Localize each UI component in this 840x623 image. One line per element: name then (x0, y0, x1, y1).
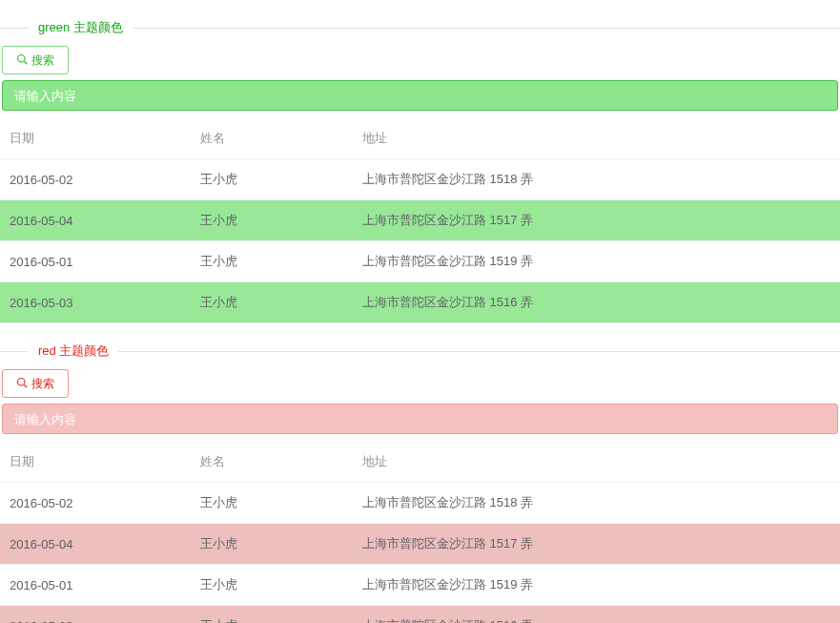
cell-date: 2016-05-04 (0, 524, 191, 565)
theme-section-green: green 主题颜色 (0, 19, 840, 36)
search-icon (16, 377, 28, 391)
cell-address: 上海市普陀区金沙江路 1518 弄 (353, 159, 840, 200)
search-icon (16, 53, 28, 68)
table-row: 2016-05-01王小虎上海市普陀区金沙江路 1519 弄 (0, 565, 840, 606)
table-row: 2016-05-03王小虎上海市普陀区金沙江路 1516 弄 (0, 606, 840, 624)
search-input[interactable] (2, 404, 838, 434)
table-row: 2016-05-04王小虎上海市普陀区金沙江路 1517 弄 (0, 524, 840, 565)
column-header-address: 地址 (353, 118, 840, 159)
svg-point-0 (18, 54, 26, 62)
table-row: 2016-05-02王小虎上海市普陀区金沙江路 1518 弄 (0, 159, 840, 200)
cell-date: 2016-05-01 (0, 565, 191, 606)
table-row: 2016-05-02王小虎上海市普陀区金沙江路 1518 弄 (0, 483, 840, 524)
cell-date: 2016-05-02 (0, 159, 191, 200)
search-button[interactable]: 搜索 (2, 369, 69, 398)
theme-section-red: red 主题颜色 (0, 343, 840, 360)
search-input[interactable] (2, 80, 838, 111)
cell-date: 2016-05-01 (0, 241, 191, 282)
svg-line-1 (24, 61, 27, 64)
cell-date: 2016-05-03 (0, 606, 191, 624)
cell-date: 2016-05-02 (0, 483, 191, 524)
cell-name: 王小虎 (191, 200, 353, 241)
data-table: 日期姓名地址2016-05-02王小虎上海市普陀区金沙江路 1518 弄2016… (0, 118, 840, 323)
cell-name: 王小虎 (191, 565, 353, 606)
cell-address: 上海市普陀区金沙江路 1516 弄 (353, 606, 840, 624)
cell-address: 上海市普陀区金沙江路 1516 弄 (353, 282, 840, 323)
theme-legend-text: green 主题颜色 (38, 20, 123, 34)
cell-name: 王小虎 (191, 606, 353, 624)
table-row: 2016-05-04王小虎上海市普陀区金沙江路 1517 弄 (0, 200, 840, 241)
cell-name: 王小虎 (191, 483, 353, 524)
table-row: 2016-05-03王小虎上海市普陀区金沙江路 1516 弄 (0, 282, 840, 323)
cell-name: 王小虎 (191, 241, 353, 282)
theme-legend-text: red 主题颜色 (38, 343, 109, 358)
cell-address: 上海市普陀区金沙江路 1519 弄 (353, 565, 840, 606)
svg-point-2 (18, 378, 26, 385)
cell-name: 王小虎 (191, 282, 353, 323)
cell-address: 上海市普陀区金沙江路 1518 弄 (353, 483, 840, 524)
search-button-label: 搜索 (31, 52, 54, 69)
cell-address: 上海市普陀区金沙江路 1519 弄 (353, 241, 840, 282)
theme-legend: red 主题颜色 (29, 343, 118, 360)
cell-name: 王小虎 (191, 159, 353, 200)
column-header-date: 日期 (0, 118, 191, 159)
cell-address: 上海市普陀区金沙江路 1517 弄 (353, 200, 840, 241)
search-button[interactable]: 搜索 (2, 46, 69, 74)
theme-legend: green 主题颜色 (29, 19, 133, 36)
table-row: 2016-05-01王小虎上海市普陀区金沙江路 1519 弄 (0, 241, 840, 282)
search-button-label: 搜索 (31, 376, 54, 392)
cell-date: 2016-05-04 (0, 200, 191, 241)
data-table: 日期姓名地址2016-05-02王小虎上海市普陀区金沙江路 1518 弄2016… (0, 442, 840, 623)
cell-date: 2016-05-03 (0, 282, 191, 323)
column-header-name: 姓名 (191, 442, 353, 483)
column-header-date: 日期 (0, 442, 191, 483)
column-header-address: 地址 (353, 442, 840, 483)
column-header-name: 姓名 (191, 118, 353, 159)
cell-name: 王小虎 (191, 524, 353, 565)
cell-address: 上海市普陀区金沙江路 1517 弄 (353, 524, 840, 565)
svg-line-3 (24, 384, 27, 387)
